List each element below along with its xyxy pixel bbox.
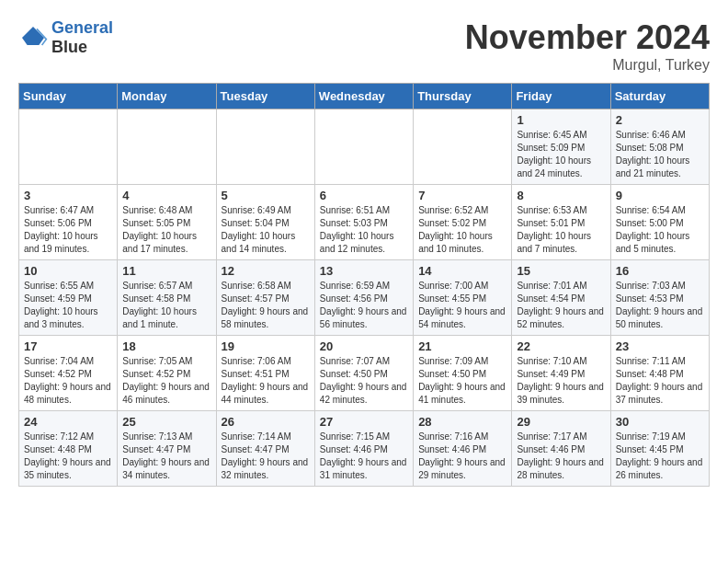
day-info: Sunrise: 7:01 AM Sunset: 4:54 PM Dayligh… <box>517 280 605 331</box>
calendar-cell: 12Sunrise: 6:58 AM Sunset: 4:57 PM Dayli… <box>216 260 314 336</box>
col-tuesday: Tuesday <box>216 84 314 109</box>
col-friday: Friday <box>512 84 610 109</box>
calendar-cell: 8Sunrise: 6:53 AM Sunset: 5:01 PM Daylig… <box>512 185 610 260</box>
day-number: 14 <box>418 264 506 278</box>
day-number: 12 <box>222 264 310 278</box>
day-number: 8 <box>517 189 605 202</box>
calendar-cell: 15Sunrise: 7:01 AM Sunset: 4:54 PM Dayli… <box>512 260 610 336</box>
day-info: Sunrise: 7:10 AM Sunset: 4:49 PM Dayligh… <box>517 355 605 407</box>
day-number: 28 <box>418 415 506 429</box>
calendar-cell: 19Sunrise: 7:06 AM Sunset: 4:51 PM Dayli… <box>216 336 314 411</box>
day-info: Sunrise: 7:16 AM Sunset: 4:46 PM Dayligh… <box>418 431 506 482</box>
day-info: Sunrise: 7:11 AM Sunset: 4:48 PM Dayligh… <box>616 355 704 407</box>
logo: General Blue <box>18 18 113 57</box>
day-number: 22 <box>517 339 605 353</box>
day-info: Sunrise: 7:03 AM Sunset: 4:53 PM Dayligh… <box>616 280 704 331</box>
day-number: 9 <box>616 189 704 202</box>
title-block: November 2024 Murgul, Turkey <box>465 18 710 74</box>
day-info: Sunrise: 7:07 AM Sunset: 4:50 PM Dayligh… <box>320 355 408 407</box>
day-number: 1 <box>517 113 605 127</box>
calendar-cell: 17Sunrise: 7:04 AM Sunset: 4:52 PM Dayli… <box>19 336 118 411</box>
calendar-cell: 25Sunrise: 7:13 AM Sunset: 4:47 PM Dayli… <box>118 411 216 487</box>
calendar-cell: 14Sunrise: 7:00 AM Sunset: 4:55 PM Dayli… <box>414 260 512 336</box>
day-number: 4 <box>122 189 210 202</box>
day-number: 17 <box>24 339 112 353</box>
day-info: Sunrise: 6:57 AM Sunset: 4:58 PM Dayligh… <box>122 280 210 331</box>
calendar-cell: 23Sunrise: 7:11 AM Sunset: 4:48 PM Dayli… <box>610 336 709 411</box>
calendar-cell: 24Sunrise: 7:12 AM Sunset: 4:48 PM Dayli… <box>19 411 118 487</box>
day-info: Sunrise: 7:14 AM Sunset: 4:47 PM Dayligh… <box>222 431 310 482</box>
calendar-cell: 1Sunrise: 6:45 AM Sunset: 5:09 PM Daylig… <box>512 109 610 185</box>
calendar-cell: 20Sunrise: 7:07 AM Sunset: 4:50 PM Dayli… <box>314 336 413 411</box>
day-number: 26 <box>222 415 310 429</box>
day-number: 7 <box>418 189 506 202</box>
calendar-cell <box>414 109 512 185</box>
calendar-cell: 22Sunrise: 7:10 AM Sunset: 4:49 PM Dayli… <box>512 336 610 411</box>
logo-icon <box>18 23 48 52</box>
location: Murgul, Turkey <box>465 57 710 74</box>
calendar-week-row: 10Sunrise: 6:55 AM Sunset: 4:59 PM Dayli… <box>19 260 710 336</box>
day-info: Sunrise: 7:06 AM Sunset: 4:51 PM Dayligh… <box>222 355 310 407</box>
header-row: Sunday Monday Tuesday Wednesday Thursday… <box>19 84 710 109</box>
calendar-cell: 11Sunrise: 6:57 AM Sunset: 4:58 PM Dayli… <box>118 260 216 336</box>
calendar-cell: 18Sunrise: 7:05 AM Sunset: 4:52 PM Dayli… <box>118 336 216 411</box>
calendar-cell: 2Sunrise: 6:46 AM Sunset: 5:08 PM Daylig… <box>610 109 709 185</box>
calendar-table: Sunday Monday Tuesday Wednesday Thursday… <box>18 83 710 487</box>
calendar-cell: 5Sunrise: 6:49 AM Sunset: 5:04 PM Daylig… <box>216 185 314 260</box>
calendar-cell <box>19 109 118 185</box>
calendar-cell <box>216 109 314 185</box>
day-info: Sunrise: 6:48 AM Sunset: 5:05 PM Dayligh… <box>122 204 210 256</box>
day-info: Sunrise: 7:17 AM Sunset: 4:46 PM Dayligh… <box>517 431 605 482</box>
day-info: Sunrise: 7:15 AM Sunset: 4:46 PM Dayligh… <box>320 431 408 482</box>
calendar-cell: 10Sunrise: 6:55 AM Sunset: 4:59 PM Dayli… <box>19 260 118 336</box>
day-number: 5 <box>222 189 310 202</box>
day-info: Sunrise: 7:19 AM Sunset: 4:45 PM Dayligh… <box>616 431 704 482</box>
day-number: 2 <box>616 113 704 127</box>
day-info: Sunrise: 6:55 AM Sunset: 4:59 PM Dayligh… <box>24 280 112 331</box>
day-number: 15 <box>517 264 605 278</box>
day-number: 24 <box>24 415 112 429</box>
day-info: Sunrise: 6:51 AM Sunset: 5:03 PM Dayligh… <box>320 204 408 256</box>
calendar-cell: 13Sunrise: 6:59 AM Sunset: 4:56 PM Dayli… <box>314 260 413 336</box>
day-info: Sunrise: 7:04 AM Sunset: 4:52 PM Dayligh… <box>24 355 112 407</box>
day-number: 27 <box>320 415 408 429</box>
calendar-cell: 16Sunrise: 7:03 AM Sunset: 4:53 PM Dayli… <box>610 260 709 336</box>
calendar-cell: 29Sunrise: 7:17 AM Sunset: 4:46 PM Dayli… <box>512 411 610 487</box>
calendar-cell: 6Sunrise: 6:51 AM Sunset: 5:03 PM Daylig… <box>314 185 413 260</box>
calendar-cell: 27Sunrise: 7:15 AM Sunset: 4:46 PM Dayli… <box>314 411 413 487</box>
calendar-cell: 9Sunrise: 6:54 AM Sunset: 5:00 PM Daylig… <box>610 185 709 260</box>
calendar-week-row: 3Sunrise: 6:47 AM Sunset: 5:06 PM Daylig… <box>19 185 710 260</box>
day-info: Sunrise: 6:45 AM Sunset: 5:09 PM Dayligh… <box>517 129 605 180</box>
calendar-body: 1Sunrise: 6:45 AM Sunset: 5:09 PM Daylig… <box>19 109 710 487</box>
col-monday: Monday <box>118 84 216 109</box>
col-thursday: Thursday <box>414 84 512 109</box>
day-info: Sunrise: 6:59 AM Sunset: 4:56 PM Dayligh… <box>320 280 408 331</box>
calendar-cell: 4Sunrise: 6:48 AM Sunset: 5:05 PM Daylig… <box>118 185 216 260</box>
month-title: November 2024 <box>465 18 710 57</box>
day-info: Sunrise: 7:09 AM Sunset: 4:50 PM Dayligh… <box>418 355 506 407</box>
calendar-cell: 21Sunrise: 7:09 AM Sunset: 4:50 PM Dayli… <box>414 336 512 411</box>
day-info: Sunrise: 6:52 AM Sunset: 5:02 PM Dayligh… <box>418 204 506 256</box>
day-info: Sunrise: 6:49 AM Sunset: 5:04 PM Dayligh… <box>222 204 310 256</box>
calendar-cell: 30Sunrise: 7:19 AM Sunset: 4:45 PM Dayli… <box>610 411 709 487</box>
day-number: 23 <box>616 339 704 353</box>
calendar-cell <box>314 109 413 185</box>
day-number: 25 <box>122 415 210 429</box>
day-info: Sunrise: 7:00 AM Sunset: 4:55 PM Dayligh… <box>418 280 506 331</box>
col-sunday: Sunday <box>19 84 118 109</box>
day-info: Sunrise: 7:12 AM Sunset: 4:48 PM Dayligh… <box>24 431 112 482</box>
day-info: Sunrise: 6:58 AM Sunset: 4:57 PM Dayligh… <box>222 280 310 331</box>
day-number: 3 <box>24 189 112 202</box>
day-number: 11 <box>122 264 210 278</box>
day-number: 29 <box>517 415 605 429</box>
calendar-cell <box>118 109 216 185</box>
day-info: Sunrise: 6:46 AM Sunset: 5:08 PM Dayligh… <box>616 129 704 180</box>
page-header: General Blue November 2024 Murgul, Turke… <box>18 18 710 74</box>
col-saturday: Saturday <box>610 84 709 109</box>
day-number: 18 <box>122 339 210 353</box>
day-number: 10 <box>24 264 112 278</box>
day-info: Sunrise: 6:54 AM Sunset: 5:00 PM Dayligh… <box>616 204 704 256</box>
calendar-header: Sunday Monday Tuesday Wednesday Thursday… <box>19 84 710 109</box>
logo-text: General Blue <box>51 18 113 57</box>
day-info: Sunrise: 7:05 AM Sunset: 4:52 PM Dayligh… <box>122 355 210 407</box>
